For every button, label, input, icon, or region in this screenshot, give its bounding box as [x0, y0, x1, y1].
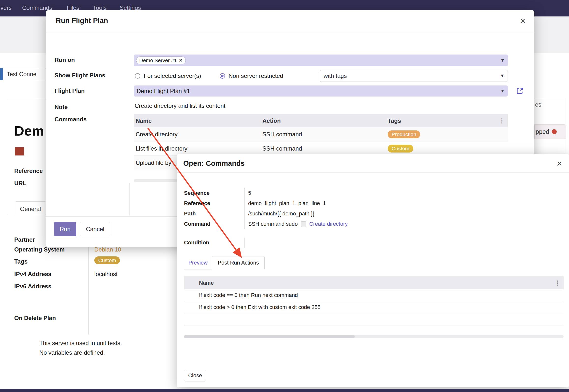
list-item[interactable]: If exit code > 0 then Exit with custom e…	[184, 301, 564, 313]
os-value[interactable]: Debian 10	[94, 246, 121, 253]
commands-modal-title: Open: Commands	[183, 159, 245, 168]
sequence-field: Sequence 5	[184, 188, 528, 198]
commands-label: Commands	[55, 116, 87, 123]
chip-remove-icon[interactable]: ✕	[179, 58, 183, 63]
flight-plan-value: Demo Flight Plan #1	[134, 88, 190, 95]
command-label: Command	[184, 221, 244, 227]
primary-button-fragment[interactable]	[0, 68, 3, 80]
status-badge[interactable]: pped	[534, 124, 566, 139]
tab-general[interactable]: General	[15, 201, 46, 216]
path-label: Path	[184, 210, 244, 217]
tab-preview[interactable]: Preview	[184, 256, 212, 269]
horizontal-scrollbar[interactable]	[184, 335, 564, 338]
page-title: Dem	[14, 123, 44, 139]
with-tags-select[interactable]: with tags ▾	[320, 70, 508, 82]
ipv6-label: IPv6 Address	[14, 283, 51, 290]
ipv4-label: IPv4 Address	[14, 271, 51, 278]
with-tags-value: with tags	[320, 72, 347, 79]
run-modal-title: Run Flight Plan	[56, 17, 108, 25]
header-fragment-text[interactable]: es	[535, 101, 541, 108]
command-value: SSH command sudo	[248, 221, 298, 227]
close-button[interactable]: Close	[184, 370, 206, 381]
nav-item-servers[interactable]: vers	[0, 4, 12, 11]
reference-label: Reference	[14, 168, 43, 174]
reference-field: Reference demo_flight_plan_1_plan_line_1	[184, 198, 528, 209]
row-action: SSH command	[260, 131, 386, 138]
url-label: URL	[14, 180, 26, 187]
chevron-down-icon[interactable]: ▾	[501, 87, 504, 94]
kebab-menu-icon[interactable]: ⋮	[555, 280, 561, 286]
list-item[interactable]: If exit code == 0 then Run next command	[184, 289, 564, 301]
table-row[interactable]: List files in directory SSH command Cust…	[134, 141, 508, 156]
field-divider	[88, 234, 89, 335]
close-icon[interactable]: ×	[520, 16, 526, 26]
scrollbar-thumb[interactable]	[184, 335, 355, 338]
show-flight-plans-label: Show Flight Plans	[55, 72, 105, 79]
post-run-actions-table: Name ⋮ If exit code == 0 then Run next c…	[184, 276, 564, 325]
radio-selected-servers-label[interactable]: For selected server(s)	[144, 72, 201, 79]
path-value: /such/much/{{ demo_path }}	[244, 209, 314, 219]
note-value: Create directory and list its content	[135, 102, 226, 109]
open-commands-modal: Open: Commands × Sequence 5 Reference de…	[177, 154, 569, 387]
chevron-down-icon[interactable]: ▾	[501, 72, 504, 79]
commands-table-header: Name Action Tags ⋮	[134, 114, 508, 127]
status-badge-label: pped	[536, 128, 549, 135]
chevron-down-icon[interactable]: ▾	[501, 57, 504, 63]
run-button[interactable]: Run	[54, 222, 76, 236]
empty-row	[184, 313, 564, 325]
external-link-icon[interactable]	[516, 87, 524, 95]
test-connection-button[interactable]: Test Conne	[3, 68, 47, 80]
post-run-table-header: Name ⋮	[184, 276, 564, 289]
action-name: If exit code == 0 then Run next command	[199, 292, 564, 298]
col-action[interactable]: Action	[260, 117, 386, 124]
command-fields: Sequence 5 Reference demo_flight_plan_1_…	[184, 188, 528, 248]
col-name[interactable]: Name	[134, 117, 260, 124]
radio-non-restricted-label[interactable]: Non server restricted	[228, 72, 283, 79]
condition-value[interactable]	[244, 238, 297, 248]
action-name: If exit code > 0 then Exit with custom e…	[199, 304, 564, 310]
color-swatch[interactable]	[15, 147, 24, 155]
note-label: Note	[55, 104, 68, 111]
col-name[interactable]: Name	[199, 280, 564, 286]
sudo-checkbox[interactable]	[301, 221, 306, 227]
server-chip-label: Demo Server #1	[139, 57, 177, 63]
tags-label: Tags	[14, 258, 28, 265]
reference-value: demo_flight_plan_1_plan_line_1	[244, 198, 326, 209]
run-modal-header: Run Flight Plan ×	[46, 10, 534, 32]
row-name: List files in directory	[134, 145, 260, 152]
path-field: Path /such/much/{{ demo_path }}	[184, 209, 528, 219]
partner-label: Partner	[14, 236, 35, 243]
radio-selected-servers[interactable]	[135, 73, 140, 79]
run-on-server-select[interactable]: Demo Server #1 ✕ ▾	[134, 55, 508, 66]
screen: vers Commands Files Tools Settings Test …	[0, 0, 569, 392]
unit-test-note-line1: This server is used in unit tests.	[39, 340, 122, 347]
status-dot-icon	[552, 129, 557, 134]
cancel-button[interactable]: Cancel	[80, 222, 110, 236]
ipv4-value[interactable]: localhost	[94, 271, 118, 278]
run-on-label: Run on	[55, 56, 75, 63]
kebab-menu-icon[interactable]: ⋮	[499, 117, 505, 124]
unit-test-note-line2: No variables are defined.	[39, 349, 105, 356]
notebook-border	[7, 216, 46, 216]
notebook-tabs: Preview Post Run Actions	[184, 256, 265, 269]
sequence-value: 5	[244, 188, 251, 198]
table-row[interactable]: Create directory SSH command Production	[134, 127, 508, 141]
radio-non-restricted[interactable]	[220, 73, 225, 79]
server-chip[interactable]: Demo Server #1 ✕	[136, 56, 186, 64]
col-tags[interactable]: Tags	[386, 117, 508, 124]
sequence-label: Sequence	[184, 190, 244, 196]
tag-badge: Custom	[388, 145, 413, 153]
tab-post-run-actions[interactable]: Post Run Actions	[212, 256, 265, 269]
command-field: Command SSH command sudo Create director…	[184, 219, 528, 229]
row-name: Create directory	[134, 131, 260, 138]
tags-value-badge[interactable]: Custom	[94, 256, 120, 264]
row-action: SSH command	[260, 145, 386, 152]
commands-modal-header: Open: Commands ×	[177, 154, 569, 173]
flight-plan-select[interactable]: Demo Flight Plan #1 ▾	[134, 85, 508, 97]
tag-badge: Production	[388, 130, 420, 138]
condition-label: Condition	[184, 239, 244, 246]
on-delete-plan-label: On Delete Plan	[14, 315, 56, 322]
bottom-bar	[0, 389, 569, 392]
command-link[interactable]: Create directory	[309, 221, 348, 227]
close-icon[interactable]: ×	[557, 159, 562, 168]
